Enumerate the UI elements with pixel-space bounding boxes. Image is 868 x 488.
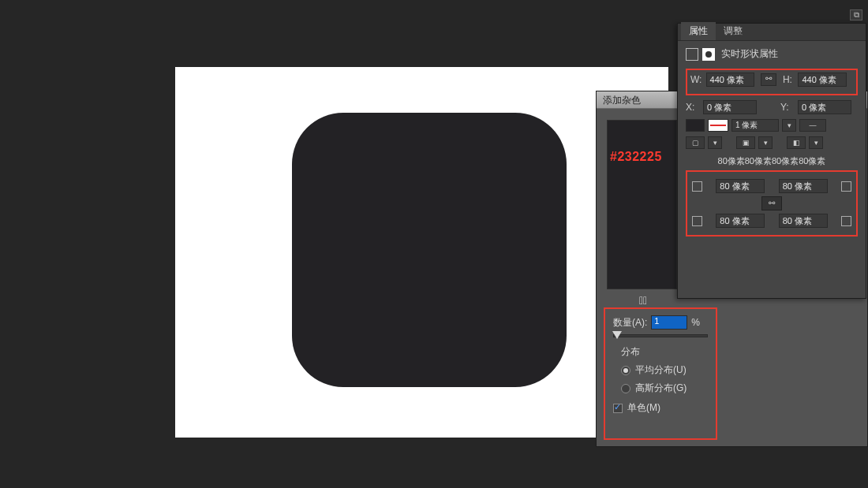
y-input[interactable]: 0 像素	[798, 100, 851, 114]
radio-on-icon[interactable]	[621, 366, 630, 375]
mask-icon	[702, 48, 715, 61]
canvas-artboard	[175, 67, 668, 438]
corner-bl-check[interactable]	[692, 216, 702, 226]
gaussian-option[interactable]: 高斯分布(G)	[621, 382, 708, 395]
x-input[interactable]: 0 像素	[703, 100, 757, 114]
mono-option[interactable]: 单色(M)	[613, 401, 708, 415]
noise-preview	[607, 120, 677, 289]
amount-label: 数量(A):	[613, 316, 647, 330]
link-corners-icon[interactable]: ⚯	[761, 196, 782, 210]
y-label: Y:	[780, 102, 798, 113]
h-label: H:	[783, 74, 799, 85]
fill-stroke-row: 1 像素 ▾ —	[686, 119, 858, 132]
slider-thumb-icon[interactable]	[612, 331, 622, 339]
shape-color-hex: #232225	[610, 150, 662, 164]
panel-menu-icon[interactable]: ⧉	[850, 9, 862, 20]
corner-br-input[interactable]: 80 像素	[779, 214, 828, 228]
noise-settings-highlight: 数量(A): 1 % 分布 平均分布(U) 高斯分布(G)	[604, 307, 717, 440]
join-dd-icon[interactable]: ▾	[758, 136, 773, 149]
fill-swatch[interactable]	[686, 119, 705, 132]
amount-row: 数量(A): 1 %	[613, 315, 708, 330]
panel-tabs: 属性 调整	[678, 24, 866, 41]
join-picker[interactable]: ▣	[736, 136, 755, 149]
rounded-rect-shape[interactable]	[292, 113, 567, 387]
amount-unit: %	[691, 317, 700, 328]
stroke-options-row: ▢ ▾ ▣ ▾ ◧ ▾	[686, 136, 858, 149]
stroke-swatch[interactable]	[708, 119, 728, 132]
tab-adjustments[interactable]: 调整	[716, 22, 750, 40]
corner-tl-check[interactable]	[692, 181, 702, 192]
corner-tl-input[interactable]: 80 像素	[716, 179, 765, 193]
uniform-option[interactable]: 平均分布(U)	[621, 363, 708, 377]
stroke-width-input[interactable]: 1 像素	[731, 119, 779, 132]
cap-picker[interactable]: ▢	[686, 136, 705, 149]
cap-dd-icon[interactable]: ▾	[708, 136, 722, 149]
corner-bl-input[interactable]: 80 像素	[716, 214, 765, 228]
shape-outline-icon	[686, 48, 698, 61]
align-picker[interactable]: ◧	[787, 136, 806, 149]
zoom-out-icon[interactable]: �⃝	[639, 294, 647, 307]
checkbox-on-icon[interactable]	[613, 404, 623, 413]
corner-tr-input[interactable]: 80 像素	[779, 179, 828, 193]
height-input[interactable]: 440 像素	[798, 73, 847, 87]
x-label: X:	[686, 102, 703, 113]
stroke-width-dropdown-icon[interactable]: ▾	[782, 119, 796, 132]
size-highlight: W: 440 像素 ⚯ H: 440 像素	[686, 69, 858, 95]
amount-input[interactable]: 1	[651, 315, 687, 330]
corners-highlight: 80 像素 80 像素 ⚯ 80 像素 80 像素	[686, 170, 858, 237]
radio-off-icon[interactable]	[621, 384, 630, 393]
distribution-label: 分布	[621, 345, 708, 359]
corners-summary: 80像素80像素80像素80像素	[686, 155, 858, 167]
corner-tr-check[interactable]	[841, 181, 851, 192]
amount-slider[interactable]	[613, 334, 708, 337]
tab-properties[interactable]: 属性	[681, 22, 716, 40]
w-label: W:	[690, 74, 706, 85]
properties-panel: ⧉ 属性 调整 实时形状属性 W: 440 像素 ⚯ H: 440 像素 X: …	[677, 23, 866, 299]
corner-br-check[interactable]	[841, 216, 851, 226]
align-dd-icon[interactable]: ▾	[809, 136, 823, 149]
link-wh-icon[interactable]: ⚯	[761, 73, 776, 86]
stroke-style-dropdown[interactable]: —	[799, 119, 826, 132]
width-input[interactable]: 440 像素	[706, 73, 755, 87]
shape-props-header: 实时形状属性	[686, 47, 858, 61]
